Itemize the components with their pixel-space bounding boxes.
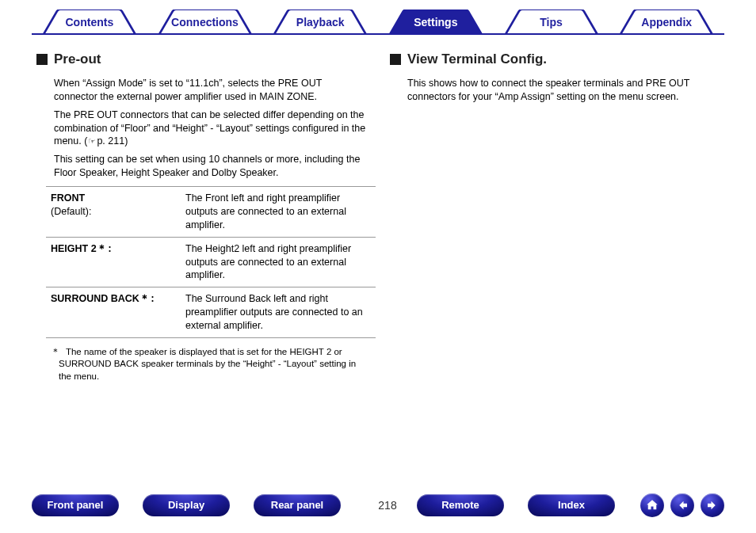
option-name: SURROUND BACK — [51, 293, 139, 304]
option-desc: The Front left and right preamplifier ou… — [181, 187, 376, 238]
option-label-cell: SURROUND BACK＊: — [46, 287, 181, 338]
heading-pre-out: Pre-out — [36, 51, 366, 69]
tab-label: Settings — [414, 16, 457, 29]
table-row: SURROUND BACK＊: The Surround Back left a… — [46, 287, 376, 338]
index-button[interactable]: Index — [528, 494, 615, 516]
tab-label: Playback — [296, 16, 345, 29]
option-name: FRONT — [51, 192, 85, 204]
page-content: Pre-out When “Assign Mode” is set to “11… — [0, 35, 756, 383]
nav-icons — [640, 493, 724, 517]
option-label-cell: HEIGHT 2＊: — [46, 237, 181, 287]
display-button[interactable]: Display — [143, 494, 230, 516]
text: ) — [124, 135, 128, 147]
table-row: HEIGHT 2＊: The Height2 left and right pr… — [46, 237, 376, 287]
option-default-note: (Default): — [51, 206, 91, 217]
tab-contents[interactable]: Contents — [32, 10, 147, 35]
pre-out-para2: The PRE OUT connectors that can be selec… — [36, 109, 366, 149]
option-desc: The Surround Back left and right preampl… — [181, 287, 376, 338]
footnote-marker-icon: ＊: — [97, 244, 113, 255]
tab-label: Tips — [540, 16, 563, 29]
tab-tips[interactable]: Tips — [494, 10, 609, 35]
heading-text: Pre-out — [54, 51, 101, 69]
pre-out-para3: This setting can be set when using 10 ch… — [36, 153, 366, 180]
section-pre-out: Pre-out When “Assign Mode” is set to “11… — [36, 51, 366, 383]
next-page-button[interactable] — [701, 493, 724, 517]
tab-label: Appendix — [641, 16, 692, 29]
top-nav: Contents Connections Playback Settings T… — [0, 0, 756, 35]
prev-page-button[interactable] — [670, 493, 694, 517]
tab-settings[interactable]: Settings — [378, 10, 494, 35]
view-terminal-para1: This shows how to connect the speaker te… — [390, 77, 720, 104]
arrow-right-icon — [705, 498, 720, 512]
table-row: FRONT (Default): The Front left and righ… — [46, 187, 376, 238]
tab-playback[interactable]: Playback — [262, 10, 378, 35]
rear-panel-button[interactable]: Rear panel — [254, 494, 341, 516]
heading-text: View Terminal Config. — [407, 51, 547, 69]
section-view-terminal-config: View Terminal Config. This shows how to … — [390, 51, 720, 383]
front-panel-button[interactable]: Front panel — [32, 494, 119, 516]
heading-view-terminal-config: View Terminal Config. — [390, 51, 720, 69]
tab-connections[interactable]: Connections — [147, 10, 263, 35]
page-number: 218 — [368, 499, 407, 512]
pre-out-para1: When “Assign Mode” is set to “11.1ch”, s… — [36, 77, 366, 104]
home-button[interactable] — [640, 493, 664, 517]
option-label-cell: FRONT (Default): — [46, 187, 181, 238]
pre-out-options-table: FRONT (Default): The Front left and righ… — [46, 186, 376, 338]
tab-label: Connections — [171, 16, 239, 29]
arrow-left-icon — [675, 498, 689, 512]
option-name: HEIGHT 2 — [51, 243, 97, 254]
footnote-marker-icon: ＊ — [51, 347, 66, 357]
footnote-marker-icon: ＊: — [139, 294, 156, 305]
square-bullet-icon — [36, 54, 48, 65]
pre-out-footnote: ＊ The name of the speaker is displayed t… — [36, 343, 366, 383]
tab-label: Contents — [66, 16, 114, 29]
footnote-text: The name of the speaker is displayed tha… — [59, 347, 356, 381]
reference-link-icon[interactable]: ☞ — [87, 135, 97, 147]
page-reference-link[interactable]: p. 211 — [97, 135, 124, 147]
home-icon — [645, 498, 659, 512]
bottom-bar: Front panel Display Rear panel 218 Remot… — [0, 493, 756, 517]
tab-appendix[interactable]: Appendix — [609, 10, 724, 35]
option-desc: The Height2 left and right preamplifier … — [181, 237, 376, 287]
remote-button[interactable]: Remote — [417, 494, 504, 516]
square-bullet-icon — [390, 54, 401, 65]
